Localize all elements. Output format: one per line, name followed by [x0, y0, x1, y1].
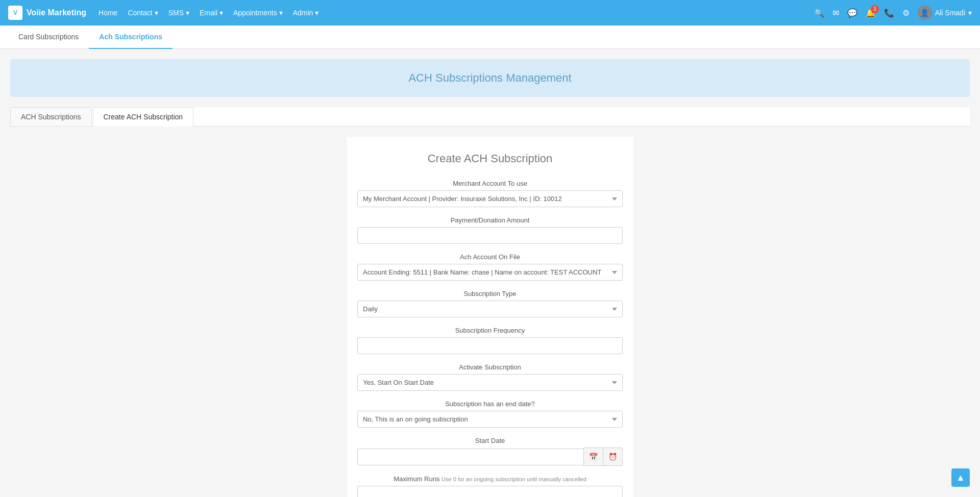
sub-tab-ach-subscriptions[interactable]: ACH Subscriptions: [10, 107, 92, 126]
start-date-group: Start Date 📅 ⏰: [357, 437, 623, 466]
tab-card-subscriptions[interactable]: Card Subscriptions: [8, 26, 89, 49]
navbar: V Voiie Marketing Home Contact ▾ SMS ▾ E…: [0, 0, 980, 26]
main-content: ACH Subscriptions Management ACH Subscri…: [0, 49, 980, 497]
end-date-select[interactable]: No, This is an on going subscription: [357, 411, 623, 428]
chat-icon[interactable]: 💬: [847, 8, 857, 18]
start-date-input-group: 📅 ⏰: [357, 448, 623, 466]
nav-admin[interactable]: Admin ▾: [293, 9, 319, 17]
nav-home[interactable]: Home: [99, 9, 117, 17]
start-date-label: Start Date: [357, 437, 623, 444]
clock-icon-btn[interactable]: ⏰: [603, 448, 623, 466]
settings-icon[interactable]: ⚙: [902, 8, 910, 18]
nav-email[interactable]: Email ▾: [200, 9, 223, 17]
calendar-icon-btn[interactable]: 📅: [583, 448, 603, 466]
phone-icon[interactable]: 📞: [884, 8, 894, 18]
nav-contact[interactable]: Contact ▾: [128, 9, 158, 17]
user-dropdown-icon: ▾: [968, 9, 972, 17]
subscription-frequency-label: Subscription Frequency: [357, 327, 623, 334]
nav-links: Home Contact ▾ SMS ▾ Email ▾ Appointment…: [99, 9, 802, 17]
ach-account-group: Ach Account On File Account Ending: 5511…: [357, 253, 623, 281]
ach-account-select[interactable]: Account Ending: 5511 | Bank Name: chase …: [357, 264, 623, 281]
user-menu[interactable]: 👤 Ali Smadi ▾: [918, 6, 972, 20]
nav-appointments[interactable]: Appointments ▾: [233, 9, 283, 17]
subscription-type-select[interactable]: Daily: [357, 301, 623, 317]
payment-amount-input[interactable]: [357, 227, 623, 244]
brand-logo-icon: V: [8, 6, 22, 20]
activate-subscription-label: Activate Subscription: [357, 363, 623, 371]
activate-subscription-group: Activate Subscription Yes, Start On Star…: [357, 363, 623, 391]
start-date-input[interactable]: [357, 449, 583, 465]
top-tabs: Card Subscriptions Ach Subscriptions: [0, 26, 980, 49]
search-icon[interactable]: 🔍: [814, 8, 824, 18]
merchant-account-group: Merchant Account To use My Merchant Acco…: [357, 180, 623, 207]
create-ach-form: Create ACH Subscription Merchant Account…: [347, 137, 633, 497]
subscription-frequency-group: Subscription Frequency 1: [357, 327, 623, 354]
end-date-label: Subscription has an end date?: [357, 400, 623, 408]
brand-name: Voiie Marketing: [27, 8, 86, 17]
sub-tab-create-ach-subscription[interactable]: Create ACH Subscription: [93, 107, 194, 127]
max-runs-label: Maximum Runs Use 0 for an ongoing subscr…: [357, 475, 623, 483]
avatar: 👤: [918, 6, 932, 20]
merchant-account-label: Merchant Account To use: [357, 180, 623, 187]
activate-subscription-select[interactable]: Yes, Start On Start Date: [357, 374, 623, 391]
brand-logo-area[interactable]: V Voiie Marketing: [8, 6, 86, 20]
payment-amount-group: Payment/Donation Amount: [357, 216, 623, 244]
page-header: ACH Subscriptions Management: [10, 59, 970, 97]
bell-icon[interactable]: 🔔 3: [866, 8, 876, 18]
form-title: Create ACH Subscription: [357, 152, 623, 165]
page-title: ACH Subscriptions Management: [22, 71, 958, 85]
notification-badge: 3: [871, 5, 879, 13]
subscription-type-group: Subscription Type Daily: [357, 290, 623, 317]
end-date-group: Subscription has an end date? No, This i…: [357, 400, 623, 428]
subscription-type-label: Subscription Type: [357, 290, 623, 297]
max-runs-group: Maximum Runs Use 0 for an ongoing subscr…: [357, 475, 623, 497]
tab-ach-subscriptions[interactable]: Ach Subscriptions: [89, 26, 173, 49]
navbar-right: 🔍 ✉ 💬 🔔 3 📞 ⚙ 👤 Ali Smadi ▾: [814, 6, 972, 20]
nav-sms[interactable]: SMS ▾: [168, 9, 189, 17]
subscription-frequency-input[interactable]: 1: [357, 337, 623, 354]
sub-tabs: ACH Subscriptions Create ACH Subscriptio…: [10, 107, 970, 127]
ach-account-label: Ach Account On File: [357, 253, 623, 261]
merchant-account-select[interactable]: My Merchant Account | Provider: Insuraxe…: [357, 190, 623, 207]
mail-icon[interactable]: ✉: [832, 8, 839, 18]
user-name: Ali Smadi: [935, 9, 965, 17]
scroll-to-top-button[interactable]: ▲: [951, 468, 970, 487]
payment-amount-label: Payment/Donation Amount: [357, 216, 623, 224]
max-runs-input[interactable]: 1: [357, 486, 623, 497]
